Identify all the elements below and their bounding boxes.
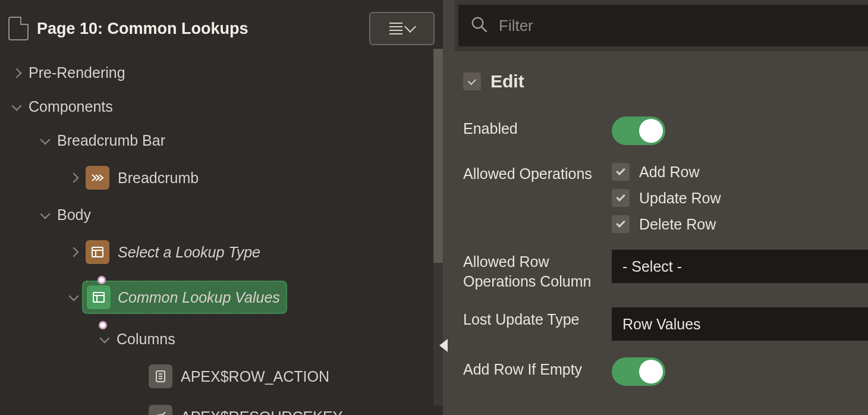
- filter-input[interactable]: [499, 17, 856, 35]
- chevron-right-icon[interactable]: [12, 68, 22, 78]
- tree-node-column-resourcekey[interactable]: APEX$RESOURCEKEY: [0, 397, 443, 415]
- svg-rect-3: [93, 293, 104, 302]
- tree-label: Pre-Rendering: [29, 64, 125, 81]
- chevron-right-icon[interactable]: [69, 173, 79, 183]
- tree-label: Breadcrumb: [118, 169, 199, 187]
- svg-rect-0: [92, 247, 103, 257]
- scrollbar-thumb[interactable]: [433, 49, 443, 263]
- tree-label: Select a Lookup Type: [118, 244, 260, 261]
- interactive-grid-icon: [87, 285, 111, 309]
- component-tree-panel: Page 10: Common Lookups Pre-Rendering Co…: [0, 0, 443, 415]
- add-row-if-empty-toggle[interactable]: [612, 357, 665, 386]
- section-title: Edit: [490, 71, 524, 92]
- tree-label: Components: [29, 98, 113, 115]
- filter-bar: [458, 5, 868, 46]
- tree-node-pre-rendering[interactable]: Pre-Rendering: [0, 56, 443, 90]
- tree-node-column-row-action[interactable]: APEX$ROW_ACTION: [0, 356, 443, 397]
- checkbox-delete-row[interactable]: Delete Row: [612, 215, 721, 233]
- check-icon: [616, 218, 625, 228]
- tree-node-columns[interactable]: Columns: [0, 322, 443, 356]
- tree-node-common-lookup-values[interactable]: Common Lookup Values: [0, 272, 443, 322]
- region-icon: [86, 240, 109, 264]
- prop-label: Allowed Row Operations Column: [463, 250, 600, 291]
- chevron-down-icon: [468, 76, 476, 84]
- section-collapse-button[interactable]: [463, 73, 481, 90]
- chevron-down-icon[interactable]: [12, 100, 22, 111]
- tree-label: APEX$RESOURCEKEY: [181, 408, 342, 416]
- allowed-row-ops-column-select[interactable]: - Select -: [612, 250, 868, 283]
- hidden-column-icon: [149, 405, 172, 415]
- breadcrumb-icon: [86, 166, 109, 190]
- tree-node-body[interactable]: Body: [0, 198, 443, 232]
- prop-label: Lost Update Type: [463, 307, 600, 329]
- select-value: Row Values: [622, 316, 701, 333]
- property-editor-panel: Edit Enabled Allowed Operations Add Row …: [455, 0, 868, 415]
- svg-point-11: [473, 18, 483, 29]
- menu-icon: [389, 23, 402, 34]
- section-header-edit[interactable]: Edit: [458, 69, 868, 108]
- chevron-down-icon[interactable]: [40, 209, 51, 219]
- prop-enabled: Enabled: [458, 108, 868, 153]
- prop-label: Add Row If Empty: [463, 357, 600, 379]
- tree-label: Body: [57, 206, 91, 224]
- prop-allowed-operations: Allowed Operations Add Row Update Row De…: [458, 153, 868, 241]
- chevron-down-icon[interactable]: [69, 291, 79, 301]
- page-icon: [8, 17, 29, 40]
- column-icon: [149, 364, 172, 388]
- select-value: - Select -: [622, 258, 682, 275]
- tree-node-select-lookup-type[interactable]: Select a Lookup Type: [0, 232, 443, 272]
- prop-add-row-if-empty: Add Row If Empty: [458, 349, 868, 394]
- search-icon: [470, 15, 488, 36]
- enabled-toggle[interactable]: [612, 117, 665, 145]
- tree-label: Common Lookup Values: [118, 289, 280, 306]
- tree-menu-button[interactable]: [369, 12, 435, 45]
- indicator-dot-icon: [99, 321, 107, 329]
- left-header: Page 10: Common Lookups: [0, 0, 443, 56]
- tree-scrollbar[interactable]: [433, 49, 443, 405]
- selected-node: Common Lookup Values: [82, 281, 287, 314]
- indicator-dot-icon: [98, 276, 106, 284]
- prop-label: Enabled: [463, 117, 600, 139]
- toggle-knob: [639, 119, 663, 143]
- component-tree: Pre-Rendering Components Breadcrumb Bar …: [0, 56, 443, 415]
- prop-label: Allowed Operations: [463, 162, 600, 184]
- page-title: Page 10: Common Lookups: [37, 20, 361, 38]
- tree-node-breadcrumb[interactable]: Breadcrumb: [0, 158, 443, 198]
- tree-node-breadcrumb-bar[interactable]: Breadcrumb Bar: [0, 124, 443, 158]
- prop-lost-update-type: Lost Update Type Row Values: [458, 299, 868, 349]
- tree-node-components[interactable]: Components: [0, 90, 443, 124]
- chevron-right-icon[interactable]: [69, 247, 79, 257]
- checkbox-label: Add Row: [639, 164, 699, 181]
- chevron-down-icon[interactable]: [100, 333, 110, 343]
- property-body: Edit Enabled Allowed Operations Add Row …: [455, 51, 868, 415]
- chevron-down-icon[interactable]: [40, 134, 51, 144]
- checkbox-add-row[interactable]: Add Row: [612, 163, 721, 181]
- svg-line-12: [482, 27, 487, 32]
- tree-label: APEX$ROW_ACTION: [181, 368, 329, 385]
- panel-divider[interactable]: [443, 0, 455, 415]
- allowed-operations-list: Add Row Update Row Delete Row: [612, 162, 721, 233]
- check-icon: [616, 166, 625, 175]
- prop-allowed-row-ops-column: Allowed Row Operations Column - Select -: [458, 241, 868, 299]
- tree-label: Breadcrumb Bar: [57, 132, 165, 149]
- toggle-knob: [639, 360, 663, 383]
- chevron-down-icon: [404, 21, 416, 33]
- checkbox-label: Delete Row: [639, 216, 716, 233]
- lost-update-type-select[interactable]: Row Values: [612, 307, 868, 341]
- tree-label: Columns: [117, 331, 175, 348]
- checkbox-label: Update Row: [639, 190, 721, 207]
- checkbox-update-row[interactable]: Update Row: [612, 189, 721, 207]
- check-icon: [616, 192, 625, 202]
